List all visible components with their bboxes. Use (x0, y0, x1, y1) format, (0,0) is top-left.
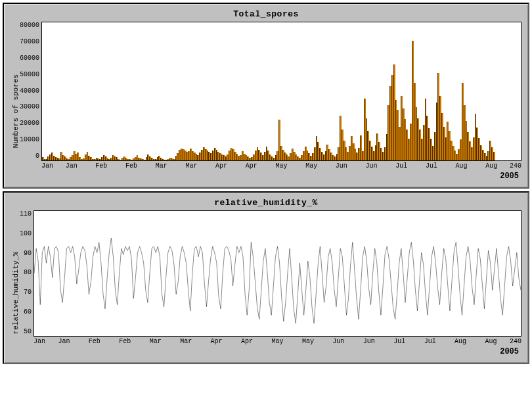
spores-plot-area (41, 22, 521, 161)
xtick-label: Jan (33, 338, 45, 345)
xtick-label: Jul (426, 162, 437, 170)
spore-bar (493, 152, 495, 160)
spores-title: Total_spores (11, 9, 521, 19)
humidity-plot-wrap: relative_humidity_% 1101009080706050 Jan… (11, 210, 521, 356)
xtick-label: Jan (58, 338, 70, 345)
ytick-label: 80 (24, 269, 32, 276)
xtick-label: Jun (363, 338, 375, 345)
ytick-label: 50 (24, 328, 32, 335)
xtick-label: 240 (510, 162, 521, 170)
xtick-label: Apr (215, 162, 227, 170)
xtick-label: May (271, 338, 283, 345)
xtick-label: Jun (366, 162, 378, 170)
xtick-label: Jul (393, 338, 405, 345)
ytick-label: 90 (24, 250, 32, 257)
spores-panel: Total_spores Numbers of spores 800007000… (3, 3, 529, 189)
humidity-year-label: 2005 (33, 347, 521, 356)
xtick-label: Feb (125, 162, 137, 170)
humidity-yticks: 1101009080706050 (20, 210, 33, 335)
xtick-label: Jan (41, 162, 53, 170)
ytick-label: 100 (20, 230, 32, 237)
ytick-label: 70000 (20, 38, 39, 45)
xtick-label: Aug (485, 338, 497, 345)
xtick-label: Apr (246, 162, 257, 170)
xtick-label: Mar (156, 162, 167, 170)
spores-year-label: 2005 (41, 172, 521, 181)
xtick-label: Jun (336, 162, 347, 170)
ytick-label: 40000 (20, 87, 39, 95)
ytick-label: 30000 (20, 103, 39, 110)
spores-plot-wrap: Numbers of spores 8000070000600005000040… (11, 22, 521, 181)
ytick-label: 0 (35, 153, 39, 160)
ytick-label: 80000 (20, 22, 39, 29)
humidity-line (34, 211, 521, 336)
xtick-label: Jan (66, 162, 78, 170)
xtick-label: Mar (185, 162, 197, 170)
humidity-ylabel: relative_humidity_% (11, 232, 20, 334)
xtick-label: Apr (241, 338, 253, 345)
xtick-label: Feb (89, 338, 100, 345)
xtick-label: Aug (456, 162, 468, 170)
xtick-label: Jul (395, 162, 407, 170)
xtick-label: Mar (180, 338, 192, 345)
humidity-plot-area (33, 210, 521, 337)
ytick-label: 20000 (20, 120, 39, 127)
spores-ylabel: Numbers of spores (11, 55, 20, 148)
xtick-label: May (275, 162, 287, 170)
xtick-label: Aug (454, 338, 466, 345)
ytick-label: 110 (20, 210, 32, 218)
xtick-label: Apr (211, 338, 223, 345)
spores-yticks: 8000070000600005000040000300002000010000… (20, 22, 41, 160)
xtick-label: Aug (485, 162, 497, 170)
xtick-label: Jul (424, 338, 436, 345)
ytick-label: 50000 (20, 71, 39, 78)
xtick-label: Feb (119, 338, 131, 345)
ytick-label: 60000 (20, 55, 39, 62)
humidity-title: relative_humidity_% (11, 198, 521, 208)
ytick-label: 10000 (20, 136, 39, 143)
xtick-label: 240 (510, 338, 521, 345)
xtick-label: Jun (332, 338, 344, 345)
ytick-label: 70 (24, 289, 32, 296)
ytick-label: 60 (24, 308, 32, 316)
spores-xticks: JanJanFebFebMarMarAprAprMayMayJunJunJulJ… (41, 162, 521, 172)
xtick-label: May (305, 162, 317, 170)
xtick-label: Mar (150, 338, 162, 345)
xtick-label: May (302, 338, 314, 345)
humidity-panel: relative_humidity_% relative_humidity_% … (3, 191, 529, 364)
xtick-label: Feb (95, 162, 107, 170)
humidity-xticks: JanJanFebFebMarMarAprAprMayMayJunJunJulJ… (33, 338, 521, 347)
